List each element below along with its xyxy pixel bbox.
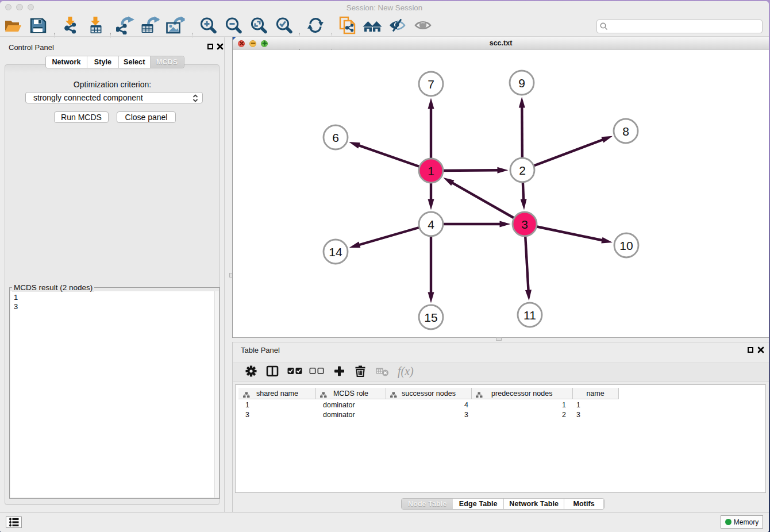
svg-text:6: 6 [332,131,339,144]
svg-text:9: 9 [518,76,525,90]
svg-text:14: 14 [329,245,342,259]
svg-text:3: 3 [521,218,528,231]
svg-text:1: 1 [428,164,434,178]
svg-text:11: 11 [523,309,536,322]
svg-text:10: 10 [619,239,633,252]
svg-text:7: 7 [428,78,434,91]
svg-text:2: 2 [519,164,526,177]
svg-text:8: 8 [622,125,629,138]
svg-text:4: 4 [428,218,434,231]
svg-text:15: 15 [424,311,437,324]
